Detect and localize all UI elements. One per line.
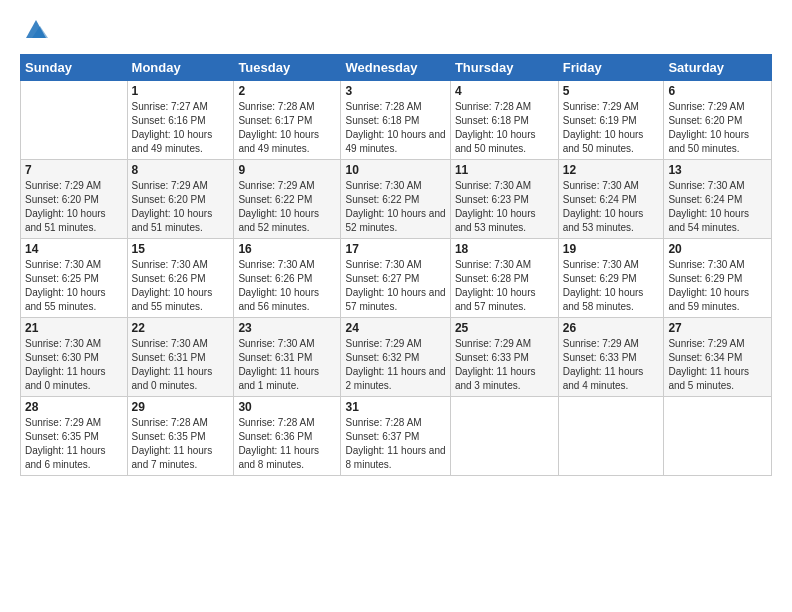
day-number: 24 [345,321,445,335]
day-cell: 11Sunrise: 7:30 AMSunset: 6:23 PMDayligh… [450,160,558,239]
day-cell: 22Sunrise: 7:30 AMSunset: 6:31 PMDayligh… [127,318,234,397]
day-cell: 20Sunrise: 7:30 AMSunset: 6:29 PMDayligh… [664,239,772,318]
day-cell: 15Sunrise: 7:30 AMSunset: 6:26 PMDayligh… [127,239,234,318]
day-cell: 13Sunrise: 7:30 AMSunset: 6:24 PMDayligh… [664,160,772,239]
day-cell: 26Sunrise: 7:29 AMSunset: 6:33 PMDayligh… [558,318,664,397]
day-number: 1 [132,84,230,98]
day-cell: 10Sunrise: 7:30 AMSunset: 6:22 PMDayligh… [341,160,450,239]
day-info: Sunrise: 7:30 AMSunset: 6:31 PMDaylight:… [238,337,336,393]
weekday-header-friday: Friday [558,55,664,81]
weekday-header-tuesday: Tuesday [234,55,341,81]
day-number: 5 [563,84,660,98]
day-cell: 30Sunrise: 7:28 AMSunset: 6:36 PMDayligh… [234,397,341,476]
day-number: 28 [25,400,123,414]
day-number: 19 [563,242,660,256]
day-number: 15 [132,242,230,256]
day-info: Sunrise: 7:28 AMSunset: 6:18 PMDaylight:… [455,100,554,156]
day-number: 14 [25,242,123,256]
calendar-table: SundayMondayTuesdayWednesdayThursdayFrid… [20,54,772,476]
day-info: Sunrise: 7:29 AMSunset: 6:35 PMDaylight:… [25,416,123,472]
day-cell: 28Sunrise: 7:29 AMSunset: 6:35 PMDayligh… [21,397,128,476]
day-number: 27 [668,321,767,335]
day-info: Sunrise: 7:28 AMSunset: 6:17 PMDaylight:… [238,100,336,156]
day-cell: 14Sunrise: 7:30 AMSunset: 6:25 PMDayligh… [21,239,128,318]
day-number: 29 [132,400,230,414]
day-info: Sunrise: 7:30 AMSunset: 6:24 PMDaylight:… [563,179,660,235]
day-info: Sunrise: 7:29 AMSunset: 6:33 PMDaylight:… [563,337,660,393]
day-cell: 19Sunrise: 7:30 AMSunset: 6:29 PMDayligh… [558,239,664,318]
day-cell: 16Sunrise: 7:30 AMSunset: 6:26 PMDayligh… [234,239,341,318]
page: SundayMondayTuesdayWednesdayThursdayFrid… [0,0,792,486]
day-cell [558,397,664,476]
day-info: Sunrise: 7:30 AMSunset: 6:27 PMDaylight:… [345,258,445,314]
day-cell: 29Sunrise: 7:28 AMSunset: 6:35 PMDayligh… [127,397,234,476]
day-cell: 6Sunrise: 7:29 AMSunset: 6:20 PMDaylight… [664,81,772,160]
day-info: Sunrise: 7:30 AMSunset: 6:26 PMDaylight:… [132,258,230,314]
day-cell [664,397,772,476]
week-row-3: 14Sunrise: 7:30 AMSunset: 6:25 PMDayligh… [21,239,772,318]
weekday-header-row: SundayMondayTuesdayWednesdayThursdayFrid… [21,55,772,81]
day-number: 18 [455,242,554,256]
day-cell: 7Sunrise: 7:29 AMSunset: 6:20 PMDaylight… [21,160,128,239]
header [20,16,772,44]
day-cell: 18Sunrise: 7:30 AMSunset: 6:28 PMDayligh… [450,239,558,318]
day-cell: 17Sunrise: 7:30 AMSunset: 6:27 PMDayligh… [341,239,450,318]
day-number: 21 [25,321,123,335]
day-info: Sunrise: 7:30 AMSunset: 6:28 PMDaylight:… [455,258,554,314]
day-number: 4 [455,84,554,98]
day-number: 16 [238,242,336,256]
day-cell: 23Sunrise: 7:30 AMSunset: 6:31 PMDayligh… [234,318,341,397]
day-number: 11 [455,163,554,177]
day-info: Sunrise: 7:29 AMSunset: 6:34 PMDaylight:… [668,337,767,393]
weekday-header-sunday: Sunday [21,55,128,81]
week-row-5: 28Sunrise: 7:29 AMSunset: 6:35 PMDayligh… [21,397,772,476]
day-cell: 24Sunrise: 7:29 AMSunset: 6:32 PMDayligh… [341,318,450,397]
day-cell: 1Sunrise: 7:27 AMSunset: 6:16 PMDaylight… [127,81,234,160]
day-number: 30 [238,400,336,414]
day-cell [21,81,128,160]
day-cell: 2Sunrise: 7:28 AMSunset: 6:17 PMDaylight… [234,81,341,160]
day-info: Sunrise: 7:29 AMSunset: 6:33 PMDaylight:… [455,337,554,393]
day-info: Sunrise: 7:28 AMSunset: 6:36 PMDaylight:… [238,416,336,472]
day-info: Sunrise: 7:28 AMSunset: 6:18 PMDaylight:… [345,100,445,156]
day-cell: 5Sunrise: 7:29 AMSunset: 6:19 PMDaylight… [558,81,664,160]
day-cell [450,397,558,476]
day-cell: 8Sunrise: 7:29 AMSunset: 6:20 PMDaylight… [127,160,234,239]
logo-icon [22,16,50,44]
day-info: Sunrise: 7:29 AMSunset: 6:32 PMDaylight:… [345,337,445,393]
day-cell: 12Sunrise: 7:30 AMSunset: 6:24 PMDayligh… [558,160,664,239]
day-info: Sunrise: 7:28 AMSunset: 6:35 PMDaylight:… [132,416,230,472]
day-number: 9 [238,163,336,177]
weekday-header-saturday: Saturday [664,55,772,81]
day-number: 22 [132,321,230,335]
day-number: 8 [132,163,230,177]
day-number: 31 [345,400,445,414]
day-info: Sunrise: 7:30 AMSunset: 6:31 PMDaylight:… [132,337,230,393]
day-cell: 31Sunrise: 7:28 AMSunset: 6:37 PMDayligh… [341,397,450,476]
day-number: 6 [668,84,767,98]
day-info: Sunrise: 7:30 AMSunset: 6:29 PMDaylight:… [668,258,767,314]
day-info: Sunrise: 7:27 AMSunset: 6:16 PMDaylight:… [132,100,230,156]
day-number: 13 [668,163,767,177]
day-info: Sunrise: 7:30 AMSunset: 6:29 PMDaylight:… [563,258,660,314]
day-number: 3 [345,84,445,98]
day-info: Sunrise: 7:30 AMSunset: 6:23 PMDaylight:… [455,179,554,235]
logo [20,16,50,44]
day-number: 26 [563,321,660,335]
day-number: 10 [345,163,445,177]
day-info: Sunrise: 7:29 AMSunset: 6:20 PMDaylight:… [132,179,230,235]
day-number: 12 [563,163,660,177]
week-row-4: 21Sunrise: 7:30 AMSunset: 6:30 PMDayligh… [21,318,772,397]
day-number: 23 [238,321,336,335]
day-info: Sunrise: 7:30 AMSunset: 6:22 PMDaylight:… [345,179,445,235]
day-info: Sunrise: 7:29 AMSunset: 6:22 PMDaylight:… [238,179,336,235]
day-info: Sunrise: 7:30 AMSunset: 6:24 PMDaylight:… [668,179,767,235]
weekday-header-wednesday: Wednesday [341,55,450,81]
day-cell: 9Sunrise: 7:29 AMSunset: 6:22 PMDaylight… [234,160,341,239]
day-cell: 27Sunrise: 7:29 AMSunset: 6:34 PMDayligh… [664,318,772,397]
day-info: Sunrise: 7:29 AMSunset: 6:19 PMDaylight:… [563,100,660,156]
weekday-header-monday: Monday [127,55,234,81]
day-number: 2 [238,84,336,98]
day-number: 20 [668,242,767,256]
day-number: 25 [455,321,554,335]
